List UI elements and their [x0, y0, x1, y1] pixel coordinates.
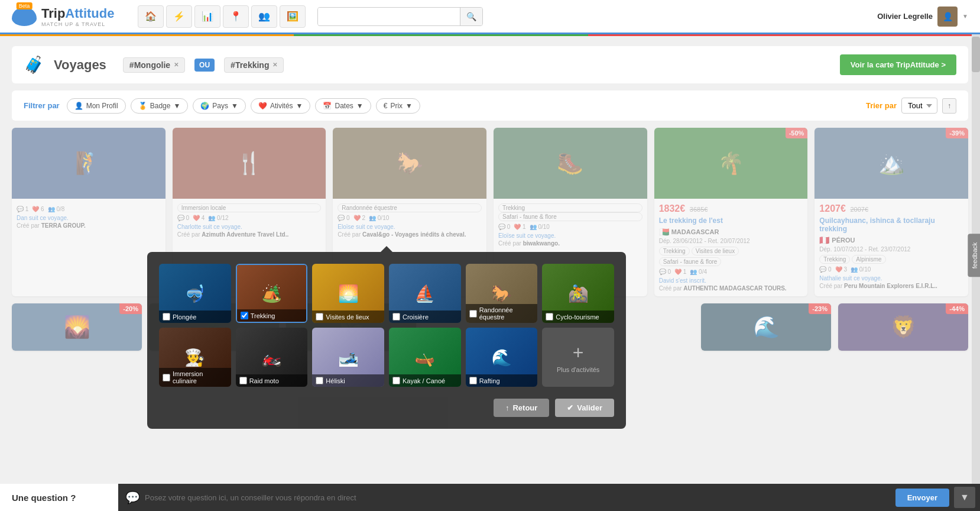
- trekking-checkbox[interactable]: [241, 312, 248, 319]
- user-avatar[interactable]: 👤: [937, 7, 958, 27]
- pays-icon: 🌍: [200, 102, 209, 110]
- feedback-tab[interactable]: feedback: [968, 234, 980, 277]
- filter-dates-button[interactable]: 📅 Dates ▼: [315, 98, 371, 114]
- pays-dropdown-icon: ▼: [231, 102, 238, 110]
- search-button[interactable]: 🔍: [460, 8, 482, 25]
- trip-follower: Dan suit ce voyage.: [17, 215, 161, 221]
- filter-pays-button[interactable]: 🌍 Pays ▼: [193, 98, 246, 114]
- nav-gallery-button[interactable]: 🖼️: [280, 5, 306, 28]
- trip-tag: Trekking: [819, 255, 850, 264]
- raidmoto-checkbox[interactable]: [239, 377, 247, 384]
- logo[interactable]: TripAttitude MATCH UP & TRAVEL: [12, 6, 114, 27]
- envoyer-button[interactable]: Envoyer: [895, 489, 949, 507]
- trip-tag: Safari - faune & flore: [659, 257, 722, 266]
- dates-icon: 📅: [323, 102, 332, 110]
- plongee-checkbox[interactable]: [163, 313, 170, 321]
- nav-home-button[interactable]: 🏠: [138, 5, 164, 28]
- activity-plongee[interactable]: 🤿 Plongée: [159, 264, 231, 323]
- activity-visites[interactable]: 🌅 Visites de lieux: [312, 264, 384, 323]
- randonnee-label: Randonnée équestre: [479, 306, 534, 321]
- trip-card[interactable]: 🏔️ -39% 1207€ 2007€ Quilcayhuanc, ishinc…: [814, 128, 968, 296]
- trip-card[interactable]: 🌄 -20%: [12, 303, 142, 351]
- croisiere-checkbox[interactable]: [392, 313, 400, 321]
- trip-tags: Trekking Visites de lieux Safari - faune…: [659, 247, 803, 266]
- trip-tags: Trekking Alpinisme: [819, 255, 963, 264]
- trip-card[interactable]: 🌊 -23%: [701, 303, 831, 351]
- search-input[interactable]: [318, 8, 460, 25]
- tag-mongolie[interactable]: #Mongolie✕: [123, 57, 185, 73]
- trekking-label: Trekking: [251, 312, 275, 319]
- activity-randonnee[interactable]: 🐎 Randonnée équestre: [466, 264, 538, 323]
- activity-cuisine[interactable]: 👨‍🍳 Immersion culinaire: [159, 328, 231, 387]
- card-image: 🥾: [557, 151, 583, 176]
- trip-tag: Alpinisme: [852, 255, 885, 264]
- carte-tripattitude-button[interactable]: Voir la carte TripAttitude >: [840, 54, 956, 75]
- ou-separator: OU: [194, 59, 215, 72]
- trip-card[interactable]: 🧗 💬 1❤️ 6👥 0/8 Dan suit ce voyage. Créé …: [12, 128, 166, 296]
- retour-icon: ↑: [505, 403, 510, 412]
- page-header: 🧳 Voyages #Mongolie✕ OU #Trekking✕ Voir …: [12, 46, 968, 83]
- cuisine-checkbox[interactable]: [163, 374, 170, 381]
- activity-cyclo[interactable]: 🚵 Cyclo-tourisme: [542, 264, 614, 323]
- rafting-checkbox[interactable]: [469, 377, 477, 384]
- nav-location-button[interactable]: 📍: [223, 5, 249, 28]
- rafting-label: Rafting: [479, 377, 500, 384]
- trip-price: 1207€: [819, 203, 846, 214]
- sort-direction-button[interactable]: ↑: [942, 98, 956, 114]
- filter-activites-button[interactable]: ❤️ Ativités ▼: [251, 98, 311, 114]
- nav-match-button[interactable]: ⚡: [166, 5, 192, 28]
- activity-kayak[interactable]: 🛶 Kayak / Canoé: [389, 328, 461, 387]
- plongee-label: Plongée: [173, 313, 196, 321]
- trip-dates: Dép. 10/07/2012 - Ret. 23/07/2012: [819, 246, 963, 253]
- trip-card[interactable]: 🦁 -44%: [838, 303, 968, 351]
- activity-heliski[interactable]: 🎿 Héliski: [312, 328, 384, 387]
- more-activities-card[interactable]: + Plus d'activités: [542, 328, 614, 387]
- filter-badge-button[interactable]: 🏅 Badge ▼: [131, 98, 189, 114]
- tag-mongolie-close[interactable]: ✕: [174, 62, 179, 68]
- heliski-checkbox[interactable]: [316, 377, 323, 384]
- discount-badge: -50%: [786, 128, 808, 138]
- trip-follower: Nathalie suit ce voyage.: [819, 275, 963, 282]
- tag-trekking[interactable]: #Trekking✕: [224, 57, 284, 73]
- trip-card[interactable]: 🌴 -50% 1832€ 3685€ Le trekking de l'est …: [654, 128, 808, 296]
- filter-monprofil-button[interactable]: 👤 Mon Profil: [67, 98, 126, 114]
- trip-title[interactable]: Quilcayhuanc, ishinca & tocllaraju trekk…: [819, 216, 963, 233]
- user-dropdown-arrow[interactable]: ▼: [962, 13, 968, 20]
- tag-trekking-close[interactable]: ✕: [272, 62, 277, 68]
- scroll-thumb[interactable]: [972, 37, 980, 72]
- visites-checkbox[interactable]: [316, 313, 323, 321]
- trip-tag: Randonnée équestre: [338, 203, 482, 212]
- activity-croisiere[interactable]: ⛵ Croisière: [389, 264, 461, 323]
- visites-label: Visites de lieux: [326, 313, 369, 321]
- randonnee-checkbox[interactable]: [469, 310, 477, 318]
- trip-dates: Dép. 28/06/2012 - Ret. 20/07/2012: [659, 238, 803, 244]
- bottom-chevron-button[interactable]: ▼: [954, 487, 975, 508]
- card-image: 🐎: [397, 151, 423, 176]
- top-navigation: TripAttitude MATCH UP & TRAVEL 🏠 ⚡ 📊 📍 👥…: [0, 0, 980, 34]
- trier-par-label: Trier par: [866, 101, 897, 110]
- trip-title[interactable]: Le trekking de l'est: [659, 216, 803, 225]
- nav-people-button[interactable]: 👥: [251, 5, 277, 28]
- activites-icon: ❤️: [258, 102, 267, 110]
- trip-stats: 💬 0❤️ 2👥 0/10: [338, 215, 482, 221]
- retour-button[interactable]: ↑ Retour: [494, 399, 549, 417]
- cyclo-checkbox[interactable]: [546, 313, 553, 321]
- trip-price: 1832€: [659, 203, 686, 214]
- valider-button[interactable]: ✔ Valider: [555, 399, 614, 417]
- sort-select[interactable]: Tout: [901, 98, 937, 114]
- user-name: Olivier Legrelle: [877, 12, 933, 21]
- kayak-checkbox[interactable]: [392, 377, 400, 384]
- activity-rafting[interactable]: 🌊 Rafting: [466, 328, 538, 387]
- trip-country: 🇲🇬 MADAGASCAR: [659, 227, 803, 237]
- trip-tag: Trekking: [498, 203, 642, 212]
- activity-trekking[interactable]: 🏕️ Trekking: [236, 264, 308, 323]
- plus-icon: +: [573, 342, 584, 364]
- bottom-chat-input[interactable]: [145, 493, 888, 502]
- badge-dropdown-icon: ▼: [173, 102, 180, 110]
- filter-prix-button[interactable]: € Prix ▼: [376, 98, 420, 114]
- nav-chart-button[interactable]: 📊: [194, 5, 220, 28]
- card-image: 🧗: [75, 151, 102, 176]
- activities-grid: 🤿 Plongée 🏕️ Trekking 🌅: [159, 264, 614, 387]
- overlay-buttons: ↑ Retour ✔ Valider: [159, 396, 614, 417]
- activity-raidmoto[interactable]: 🏍️ Raid moto: [236, 328, 308, 387]
